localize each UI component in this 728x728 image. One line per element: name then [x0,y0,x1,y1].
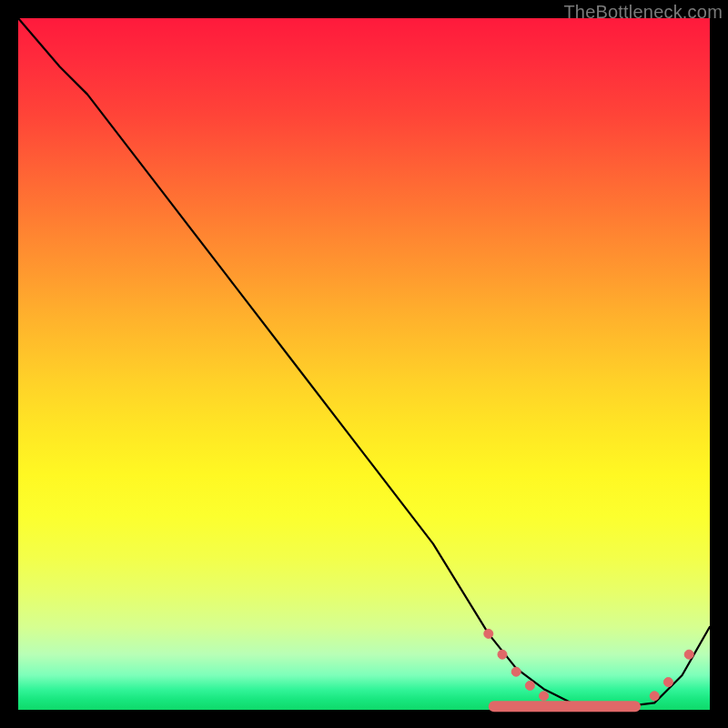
chart-frame: TheBottleneck.com [0,0,728,728]
curve-marker-6 [663,678,672,687]
curve-marker-3 [525,681,534,690]
curve-marker-5 [650,692,659,701]
curve-marker-0 [484,629,493,638]
curve-marker-4 [540,692,549,701]
curve-layer [18,18,710,710]
curve-marker-7 [684,650,693,659]
curve-marker-2 [511,667,521,676]
plot-area [18,18,710,710]
curve-marker-1 [498,650,507,659]
bottleneck-curve [18,18,710,706]
watermark-text: TheBottleneck.com [563,2,723,23]
valley-band [489,701,641,712]
marker-layer [484,629,693,712]
